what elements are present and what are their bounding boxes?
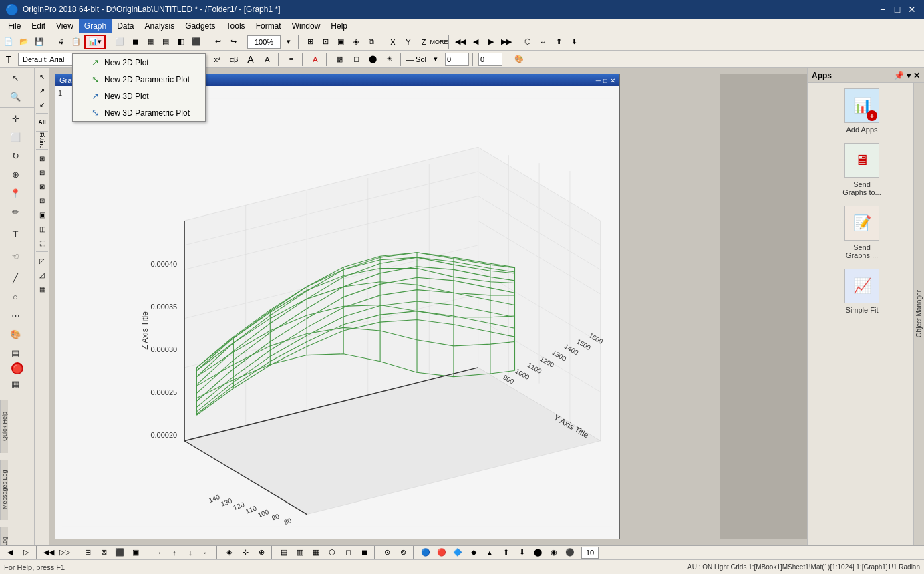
bottom-btn-10[interactable]: ↑ [167, 545, 182, 560]
bottom-btn-31[interactable]: ⬤ [530, 545, 545, 560]
tool-dots[interactable]: ⋯ [1, 307, 30, 324]
tool-arrow[interactable]: ↖ [1, 69, 30, 86]
menu-edit[interactable]: Edit [26, 19, 51, 33]
minimize-button[interactable]: − [876, 3, 889, 16]
bottom-btn-12[interactable]: ← [199, 545, 214, 560]
pattern-btn[interactable]: ☀ [382, 52, 397, 67]
tool-line[interactable]: ╱ [1, 269, 30, 287]
toolbar-btn-10[interactable]: ↪ [226, 35, 241, 49]
bottom-btn-23[interactable]: ⊚ [396, 545, 410, 560]
toolbar-btn-15[interactable]: ⧉ [364, 35, 379, 49]
bottom-btn-8[interactable]: ▣ [128, 545, 143, 560]
line-size-input[interactable] [445, 53, 469, 66]
toolbar-btn-8[interactable]: ⬛ [189, 35, 204, 49]
menu-gadgets[interactable]: Gadgets [180, 19, 220, 33]
bottom-btn-29[interactable]: ⬆ [498, 545, 513, 560]
zoom-in-btn[interactable]: ▾ [281, 35, 296, 49]
toolbar-btn-4[interactable]: ◼ [128, 35, 142, 49]
rtool-9[interactable]: ◫ [35, 222, 49, 235]
tool-text[interactable]: T [1, 225, 30, 243]
border-btn[interactable]: ◻ [349, 52, 363, 67]
tool-select-rect[interactable]: ⬜ [1, 128, 30, 146]
toolbar-btn-more[interactable]: MORE [432, 35, 446, 49]
toolbar-btn-14[interactable]: ◈ [349, 35, 363, 49]
toolbar-nav-prev[interactable]: ◀◀ [453, 35, 468, 49]
toolbar-btn-9[interactable]: ↩ [210, 35, 225, 49]
line-size-input2[interactable] [478, 53, 502, 66]
superscript-button[interactable]: x² [210, 52, 224, 67]
greek-button[interactable]: αβ [226, 52, 241, 67]
new-button[interactable]: 📄 [1, 35, 16, 49]
line-style-dropdown[interactable]: ▾ [428, 52, 443, 67]
bottom-btn-25[interactable]: 🔴 [434, 545, 449, 560]
font-bigger[interactable]: A [243, 52, 258, 67]
tool-gradient[interactable]: ▤ [1, 344, 30, 362]
app-add-apps[interactable]: 📊 + Add Apps [844, 88, 879, 134]
dropdown-new-3d-plot[interactable]: ↗ New 3D Plot [73, 88, 205, 104]
rtool-4[interactable]: ⊞ [35, 152, 49, 165]
bottom-btn-26[interactable]: 🔷 [450, 545, 465, 560]
bottom-btn-33[interactable]: ⚫ [563, 545, 577, 560]
rtool-7[interactable]: ⊡ [35, 194, 49, 207]
toolbar-btn-11[interactable]: ⊞ [303, 35, 317, 49]
graph-content[interactable]: 1 [55, 86, 619, 539]
toolbar-nav-left[interactable]: ◀ [468, 35, 483, 49]
bottom-btn-28[interactable]: ▲ [482, 545, 497, 560]
tool-rotate[interactable]: ↻ [1, 147, 30, 164]
app-send-graphs[interactable]: 📝 SendGraphs ... [844, 206, 879, 259]
rtool-1[interactable]: ↖ [35, 69, 49, 83]
rtool-10[interactable]: ⬚ [35, 236, 49, 249]
toolbar-nav-right[interactable]: ▶ [484, 35, 498, 49]
tool-table[interactable]: ▦ [1, 375, 30, 392]
bottom-btn-22[interactable]: ⊙ [379, 545, 394, 560]
menu-tools[interactable]: Tools [221, 19, 251, 33]
rtool-8[interactable]: ▣ [35, 208, 49, 221]
tool-crosshair[interactable]: ⊕ [1, 166, 30, 183]
bottom-btn-17[interactable]: ▥ [293, 545, 307, 560]
toolbar-btn-7[interactable]: ◧ [174, 35, 188, 49]
toolbar-btn-18[interactable]: Z [416, 35, 431, 49]
toolbar-btn-16[interactable]: X [386, 35, 400, 49]
bottom-btn-30[interactable]: ⬇ [514, 545, 529, 560]
menu-view[interactable]: View [51, 19, 79, 33]
rtool-13[interactable]: ▦ [35, 282, 49, 295]
rtool-all[interactable]: All [35, 116, 49, 129]
bottom-btn-2[interactable]: ▷ [19, 545, 33, 560]
toolbar-btn-21[interactable]: ↔ [536, 35, 551, 49]
bottom-btn-1[interactable]: ◀ [3, 545, 17, 560]
dropdown-new-2d-plot[interactable]: ↗ New 2D Plot [73, 54, 205, 71]
graph-win-maximize[interactable]: □ [603, 77, 607, 84]
bottom-btn-7[interactable]: ⬛ [112, 545, 127, 560]
zoom-level[interactable]: 100% [247, 35, 281, 49]
rtool-6[interactable]: ⊠ [35, 180, 49, 193]
bottom-btn-14[interactable]: ⊹ [238, 545, 253, 560]
bottom-btn-18[interactable]: ▦ [309, 545, 323, 560]
bottom-btn-20[interactable]: ◻ [341, 545, 355, 560]
rtool-3[interactable]: ↙ [35, 98, 49, 111]
tool-indicator[interactable]: 🔴 [11, 362, 23, 374]
toolbar-nav-next[interactable]: ▶▶ [499, 35, 514, 49]
tool-circle[interactable]: ○ [1, 288, 30, 305]
toolbar-btn-17[interactable]: Y [401, 35, 416, 49]
bottom-btn-15[interactable]: ⊕ [254, 545, 269, 560]
menu-data[interactable]: Data [112, 19, 139, 33]
toolbar-btn-20[interactable]: ⬡ [520, 35, 535, 49]
print-button[interactable]: 🖨 [53, 35, 68, 49]
rtool-12[interactable]: ◿ [35, 268, 49, 281]
toolbar-btn-22[interactable]: ⬆ [551, 35, 566, 49]
menu-file[interactable]: File [3, 19, 26, 33]
rtool-11[interactable]: ◸ [35, 254, 49, 267]
bottom-btn-19[interactable]: ⬡ [325, 545, 339, 560]
bottom-btn-4[interactable]: ▷▷ [57, 545, 72, 560]
menu-analysis[interactable]: Analysis [140, 19, 180, 33]
tool-data-reader[interactable]: 📍 [1, 184, 30, 202]
toolbar-btn-6[interactable]: ▤ [158, 35, 173, 49]
bottom-btn-24[interactable]: 🔵 [418, 545, 433, 560]
bottom-btn-16[interactable]: ▤ [277, 545, 291, 560]
bottom-btn-3[interactable]: ◀◀ [41, 545, 56, 560]
highlight-btn[interactable]: ▩ [332, 52, 347, 67]
bottom-btn-21[interactable]: ◼ [357, 545, 371, 560]
graph-win-minimize[interactable]: ─ [596, 77, 601, 84]
apps-dropdown-btn[interactable]: ▾ [907, 71, 911, 80]
bottom-btn-5[interactable]: ⊞ [80, 545, 95, 560]
